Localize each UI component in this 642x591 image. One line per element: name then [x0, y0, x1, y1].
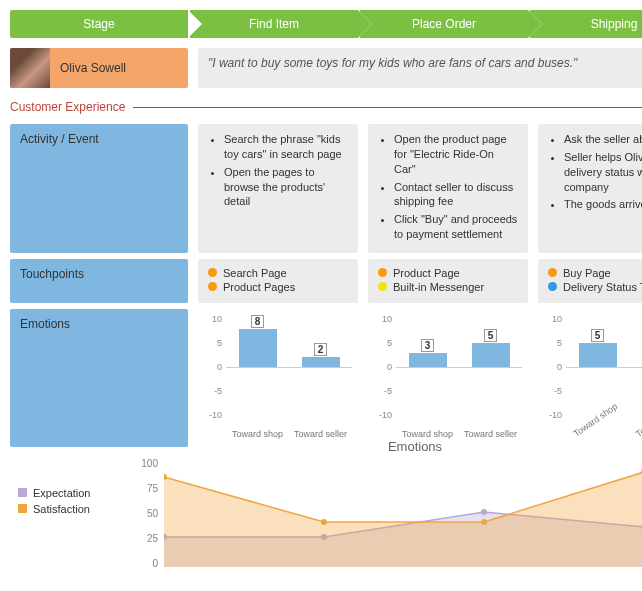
- emotions-line-block: Expectation Satisfaction Emotions 100755…: [10, 457, 642, 577]
- y-tick: 0: [200, 362, 222, 372]
- line-chart: Emotions 1007550250: [130, 457, 642, 577]
- y-tick: 10: [370, 314, 392, 324]
- bar-value: 5: [579, 329, 617, 342]
- row-emotions: Emotions 821050-5-10Toward shopToward se…: [10, 309, 642, 447]
- touchpoint-item: Buy Page: [548, 267, 642, 279]
- bar: 8: [239, 329, 277, 367]
- list-item: The goods arrived day: [564, 197, 642, 212]
- y-tick: 0: [130, 558, 158, 569]
- y-tick: 50: [130, 508, 158, 519]
- row-label-activity: Activity / Event: [10, 124, 188, 253]
- activity-col-1: Search the phrase "kids toy cars" in sea…: [198, 124, 358, 253]
- bar: 5: [472, 343, 510, 367]
- emotions-chart-1: 821050-5-10Toward shopToward seller: [198, 309, 358, 447]
- bar: 5: [579, 343, 617, 367]
- section-title: Customer Experience: [10, 100, 125, 114]
- list-item: Ask the seller about: [564, 132, 642, 147]
- touchpoint-item: Product Page: [378, 267, 518, 279]
- persona-name: Oliva Sowell: [50, 61, 126, 75]
- y-tick: 10: [540, 314, 562, 324]
- divider: [133, 107, 642, 108]
- touchpoint-label: Product Page: [393, 267, 460, 279]
- bar-value: 5: [472, 329, 510, 342]
- bar: 2: [302, 357, 340, 367]
- dot-icon: [378, 268, 387, 277]
- y-tick: 100: [130, 458, 158, 469]
- stage-header: Stage: [10, 10, 188, 38]
- persona-row: Oliva Sowell "I want to buy some toys fo…: [10, 48, 642, 88]
- persona-quote: "I want to buy some toys for my kids who…: [198, 48, 642, 88]
- touchpoint-label: Delivery Status Tracking: [563, 281, 642, 293]
- list-item: Click "Buy" and proceeds to payment sett…: [394, 212, 518, 242]
- dot-icon: [548, 268, 557, 277]
- y-tick: 75: [130, 483, 158, 494]
- x-category: Toward shop: [398, 429, 458, 439]
- y-tick: 0: [540, 362, 562, 372]
- x-category: Toward seller: [291, 429, 351, 439]
- touchpoint-label: Buy Page: [563, 267, 611, 279]
- y-tick: 25: [130, 533, 158, 544]
- list-item: Open the product page for "Electric Ride…: [394, 132, 518, 177]
- touchpoint-item: Delivery Status Tracking: [548, 281, 642, 293]
- svg-point-8: [481, 519, 487, 525]
- y-tick: 10: [200, 314, 222, 324]
- y-tick: -10: [540, 410, 562, 420]
- stage-place-order: Place Order: [360, 10, 528, 38]
- y-tick: -5: [200, 386, 222, 396]
- legend-swatch-orange: [18, 504, 27, 513]
- touchpoint-label: Search Page: [223, 267, 287, 279]
- row-activity: Activity / Event Search the phrase "kids…: [10, 124, 642, 253]
- line-chart-title: Emotions: [388, 439, 442, 454]
- y-tick: 5: [540, 338, 562, 348]
- touchpoint-item: Built-in Messenger: [378, 281, 518, 293]
- bar-value: 8: [239, 315, 277, 328]
- legend-swatch-purple: [18, 488, 27, 497]
- bar-value: 2: [302, 343, 340, 356]
- row-touchpoints: Touchpoints Search PageProduct Pages Pro…: [10, 259, 642, 303]
- y-tick: -5: [370, 386, 392, 396]
- y-tick: 5: [200, 338, 222, 348]
- x-category: Toward seller: [461, 429, 521, 439]
- touchpoints-col-2: Product PageBuilt-in Messenger: [368, 259, 528, 303]
- section-customer-experience: Customer Experience: [10, 100, 642, 114]
- touchpoints-col-1: Search PageProduct Pages: [198, 259, 358, 303]
- legend-label: Satisfaction: [33, 503, 90, 515]
- dot-icon: [208, 282, 217, 291]
- list-item: Contact seller to discuss shipping fee: [394, 180, 518, 210]
- y-tick: -10: [200, 410, 222, 420]
- touchpoint-label: Product Pages: [223, 281, 295, 293]
- svg-point-3: [481, 509, 487, 515]
- legend-satisfaction: Satisfaction: [18, 503, 122, 515]
- activity-col-3: Ask the seller about Seller helps Oliva …: [538, 124, 642, 253]
- y-tick: -5: [540, 386, 562, 396]
- stage-find-item: Find Item: [190, 10, 358, 38]
- row-label-touchpoints: Touchpoints: [10, 259, 188, 303]
- bar-value: 3: [409, 339, 447, 352]
- stage-row: Stage Find Item Place Order Shipping: [10, 10, 642, 38]
- legend: Expectation Satisfaction: [10, 457, 130, 577]
- dot-icon: [548, 282, 557, 291]
- svg-point-7: [321, 519, 327, 525]
- list-item: Open the pages to browse the products' d…: [224, 165, 348, 210]
- list-item: Search the phrase "kids toy cars" in sea…: [224, 132, 348, 162]
- y-tick: 0: [370, 362, 392, 372]
- touchpoints-col-3: Buy PageDelivery Status Tracking: [538, 259, 642, 303]
- svg-marker-5: [164, 472, 642, 567]
- persona-card: Oliva Sowell: [10, 48, 188, 88]
- dot-icon: [378, 282, 387, 291]
- x-category: Toward shop: [228, 429, 288, 439]
- touchpoint-label: Built-in Messenger: [393, 281, 484, 293]
- dot-icon: [208, 268, 217, 277]
- touchpoint-item: Product Pages: [208, 281, 348, 293]
- legend-expectation: Expectation: [18, 487, 122, 499]
- list-item: Seller helps Oliva to delivery status wi…: [564, 150, 642, 195]
- activity-col-2: Open the product page for "Electric Ride…: [368, 124, 528, 253]
- y-tick: 5: [370, 338, 392, 348]
- y-tick: -10: [370, 410, 392, 420]
- emotions-chart-3: 581050-5-10Toward shopToward seller: [538, 309, 642, 447]
- row-label-emotions: Emotions: [10, 309, 188, 447]
- avatar: [10, 48, 50, 88]
- legend-label: Expectation: [33, 487, 90, 499]
- stage-shipping: Shipping: [530, 10, 642, 38]
- bar: 3: [409, 353, 447, 367]
